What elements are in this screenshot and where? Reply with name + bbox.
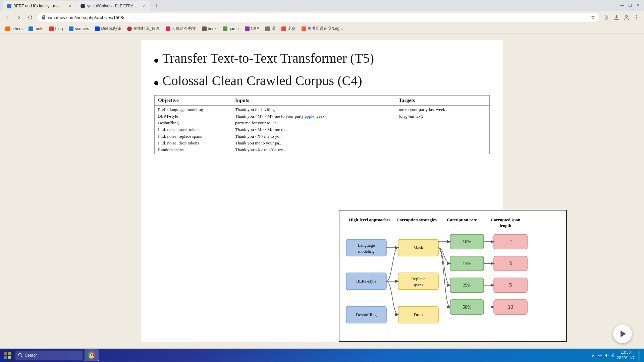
svg-text:50%: 50% [463,305,471,310]
bookmark-favicon-book [202,26,207,31]
bookmark-favicon-courage [302,26,306,31]
svg-text:3: 3 [509,260,512,266]
volume-icon[interactable] [604,353,609,358]
bookmark-label-sources: sources [75,26,89,31]
star-icon[interactable] [591,15,595,20]
bookmark-courage[interactable]: 勇者即是正义/Leg... [299,25,345,32]
refresh-button[interactable] [25,13,35,22]
svg-text:Mask: Mask [414,245,423,250]
bookmark-favicon-blog [49,26,54,31]
bullet-t5: Transfer Text-to-Text Transformer (T5) [154,50,490,66]
bookmark-favicon-waneng [166,26,170,31]
forward-button[interactable] [14,13,23,22]
diag-col1-title: High-level approaches [346,217,393,229]
bookmark-game[interactable]: game [220,26,241,32]
tab-bert[interactable]: BERT and it's family - mathor ✕ [3,1,76,11]
chrome-inner-circle [90,353,93,357]
extensions-button[interactable] [602,13,611,22]
minimize-button[interactable]: — [619,2,625,9]
bookmark-label-game: game [229,26,239,31]
objectives-table: Objective Inputs Targets Prefix language… [154,95,490,154]
tab-close-electra[interactable]: ✕ [141,3,146,9]
bookmark-youdao[interactable]: 在线翻译_有道 [124,25,162,32]
bookmark-favicon-game [223,26,227,31]
maximize-button[interactable]: ☐ [627,2,633,9]
bookmark-label-book: book [208,26,217,31]
taskbar-clock[interactable]: 13:33 2020/11/7 [617,350,635,361]
taskbar-search-icon [18,353,23,358]
up-arrow-tray[interactable]: ∧ [591,353,596,358]
start-button[interactable] [1,349,13,361]
bookmark-favicon-tools [29,26,33,31]
bookmark-blog[interactable]: blog [47,26,66,32]
bullet-dot-c4 [154,81,158,85]
svg-point-5 [636,19,637,19]
bookmark-ke[interactable]: 课 [263,25,278,32]
show-desktop-button[interactable] [638,350,640,361]
bookmark-others[interactable]: others [3,26,25,32]
svg-text:25%: 25% [463,283,471,288]
row-random-tgt [395,125,489,126]
bookmark-book[interactable]: book [199,26,219,32]
svg-text:10: 10 [508,304,513,310]
taskbar-date: 2020/11/7 [617,355,635,361]
chrome-taskbar-icon [88,351,95,359]
bookmark-nre[interactable]: NRE [242,26,262,32]
start-square-3 [4,356,7,359]
bookmark-label-tools: tools [35,26,43,31]
back-button[interactable] [3,13,12,22]
taskbar-search[interactable]: Search [15,351,83,360]
taskbar-chrome[interactable] [85,349,99,361]
bookmark-tools[interactable]: tools [26,26,46,32]
network-icon[interactable] [597,353,603,358]
col-inputs: Inputs [232,98,395,103]
bookmark-deepl[interactable]: DeepL翻译 [92,25,123,32]
col-targets: Targets [395,98,489,103]
bookmark-favicon-sources [69,26,73,31]
bookmark-label-deepl: DeepL翻译 [101,26,121,32]
row-bert-obj: BERT-style [155,113,232,120]
new-tab-button[interactable]: + [152,1,161,11]
bookmark-bisai[interactable]: 比赛 [279,25,298,32]
close-button[interactable]: ✕ [635,2,641,9]
svg-text:modeling: modeling [358,249,375,254]
bullet-text-t5: Transfer Text-to-Text Transformer (T5) [162,50,374,66]
input-method-en[interactable]: 英 [611,353,615,358]
inputs-column: Thank you for inviting Thank you <M> <M>… [232,106,395,154]
account-icon [624,14,630,20]
tab-electra[interactable]: ymcui/Chinese-ELECTRA: Pre-... ✕ [76,1,150,11]
bookmark-label-waneng: 万能命令书签 [172,26,196,32]
system-tray: ∧ 英 [591,353,615,358]
start-square-1 [4,352,7,355]
address-bar: wmathov.com/index.php/archives/1508/ [0,11,644,24]
row-random-obj: Random spans [155,146,232,153]
svg-point-4 [636,17,637,18]
bookmark-label-nre: NRE [251,26,259,31]
bookmark-favicon-ke [265,26,270,31]
bookmark-waneng[interactable]: 万能命令书签 [163,25,199,32]
row-iid-replace-obj: I.i.d. noise, replace spans [155,133,232,140]
bookmark-label-ke: 课 [271,26,275,32]
tab-close-bert[interactable]: ✕ [67,3,72,9]
row-bert-tgt: (original text) [395,113,489,120]
bookmark-label-youdao: 在线翻译_有道 [133,26,160,32]
svg-point-2 [626,15,628,17]
svg-text:10%: 10% [463,239,471,244]
row-prefix-inp: Thank you for inviting [232,106,395,113]
diagram-headers: High-level approaches Corruption strateg… [346,217,559,229]
row-iid-drop-inp: Thank you me to your pa... [232,140,395,146]
menu-button[interactable] [632,13,641,22]
profile-menu-button[interactable] [622,13,631,22]
svg-text:Deshuffling: Deshuffling [356,312,377,317]
svg-line-37 [21,356,22,357]
video-widget[interactable] [613,324,632,343]
tab-favicon-bert [7,4,11,8]
bookmarks-bar: others tools blog sources DeepL翻译 在线翻译_有… [0,24,644,34]
tab-favicon-electra [80,4,85,8]
row-random-inp: Thank you <X> to <Y> we... [232,146,395,153]
download-button[interactable] [612,13,621,22]
bookmark-label-blog: blog [55,26,63,31]
url-bar[interactable]: wmathov.com/index.php/archives/1508/ [37,13,600,22]
bookmark-sources[interactable]: sources [66,26,92,32]
diag-col4-title: Corrupted span length [484,217,527,229]
